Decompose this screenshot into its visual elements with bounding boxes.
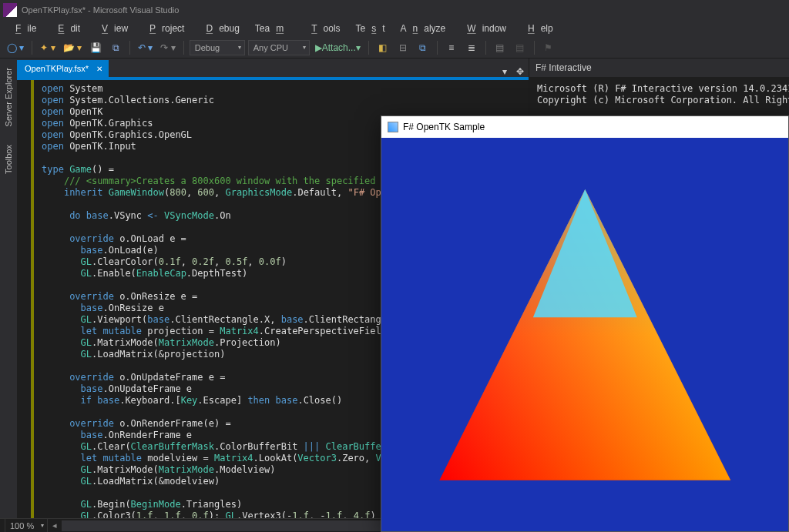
- nav-back-button[interactable]: ◯ ▾: [5, 39, 26, 56]
- opentk-app-icon: [388, 122, 398, 132]
- opentk-sample-window[interactable]: F# OpenTK Sample: [381, 115, 789, 532]
- menu-tools[interactable]: Tools: [299, 22, 346, 35]
- indent-right-icon[interactable]: ≣: [463, 39, 480, 56]
- menu-edit[interactable]: Edit: [45, 22, 86, 35]
- sample-window-title: F# OpenTK Sample: [403, 122, 485, 132]
- tool-icon-3[interactable]: ⧉: [415, 39, 431, 56]
- svg-marker-2: [533, 189, 637, 317]
- bookmark-icon[interactable]: ⚑: [540, 39, 557, 56]
- window-title: OpenTKPlay.fsx* - Microsoft Visual Studi…: [22, 5, 179, 15]
- vs-logo-icon: [3, 3, 17, 17]
- menu-team[interactable]: Team: [249, 22, 296, 35]
- editor-tab-row: OpenTKPlay.fsx* ✕ ▾ ✥: [17, 59, 529, 77]
- menu-project[interactable]: Project: [137, 22, 190, 35]
- redo-button[interactable]: ↷ ▾: [158, 39, 177, 56]
- sample-window-titlebar[interactable]: F# OpenTK Sample: [381, 116, 788, 138]
- tab-dropdown-icon[interactable]: ▾: [498, 66, 512, 77]
- menu-analyze[interactable]: Analyze: [394, 22, 452, 35]
- open-button[interactable]: 📂 ▾: [61, 39, 84, 56]
- uncomment-icon[interactable]: ▤: [512, 39, 529, 56]
- separator: [534, 41, 535, 55]
- tool-icon-2[interactable]: ⊟: [394, 39, 411, 56]
- start-attach-button[interactable]: ▶ Attach... ▾: [313, 39, 363, 56]
- menu-help[interactable]: Help: [515, 22, 559, 35]
- separator: [437, 41, 438, 55]
- indent-left-icon[interactable]: ≡: [443, 39, 460, 56]
- toolbar: ◯ ▾ ✦ ▾ 📂 ▾ 💾 ⧉ ↶ ▾ ↷ ▾ Debug Any CPU ▶ …: [0, 37, 789, 59]
- opengl-viewport: [381, 138, 788, 531]
- tool-icon-1[interactable]: ◧: [374, 39, 391, 56]
- undo-button[interactable]: ↶ ▾: [136, 39, 155, 56]
- editor-gutter: [17, 80, 31, 518]
- menu-file[interactable]: File: [3, 22, 42, 35]
- server-explorer-tab[interactable]: Server Explorer: [2, 63, 15, 131]
- menu-view[interactable]: View: [89, 22, 134, 35]
- config-select[interactable]: Debug: [190, 40, 245, 55]
- close-tab-icon[interactable]: ✕: [93, 65, 106, 73]
- separator: [129, 41, 130, 55]
- separator: [183, 41, 184, 55]
- separator: [485, 41, 486, 55]
- comment-icon[interactable]: ▤: [492, 39, 509, 56]
- new-project-button[interactable]: ✦ ▾: [38, 39, 57, 56]
- toolbox-tab[interactable]: Toolbox: [2, 140, 15, 179]
- save-button[interactable]: 💾: [87, 39, 104, 56]
- menu-test[interactable]: Test: [350, 22, 391, 35]
- menu-window[interactable]: Window: [455, 22, 512, 35]
- separator: [368, 41, 369, 55]
- split-editor-icon[interactable]: ✥: [512, 66, 529, 77]
- file-tab-opentkplay[interactable]: OpenTKPlay.fsx* ✕: [17, 60, 109, 77]
- menubar: File Edit View Project Debug Team Tools …: [0, 20, 789, 37]
- window-titlebar: OpenTKPlay.fsx* - Microsoft Visual Studi…: [0, 0, 789, 20]
- save-all-button[interactable]: ⧉: [107, 39, 124, 56]
- rendered-triangle-icon: [406, 162, 764, 508]
- file-tab-label: OpenTKPlay.fsx*: [25, 64, 89, 73]
- platform-select[interactable]: Any CPU: [248, 40, 310, 55]
- left-tool-strip: Server Explorer Toolbox: [0, 59, 17, 518]
- zoom-select[interactable]: 100 %: [5, 518, 48, 533]
- scroll-left-icon[interactable]: ◂: [52, 520, 57, 530]
- fsi-panel-title: F# Interactive: [529, 59, 789, 77]
- separator: [32, 41, 32, 55]
- menu-debug[interactable]: Debug: [193, 22, 245, 35]
